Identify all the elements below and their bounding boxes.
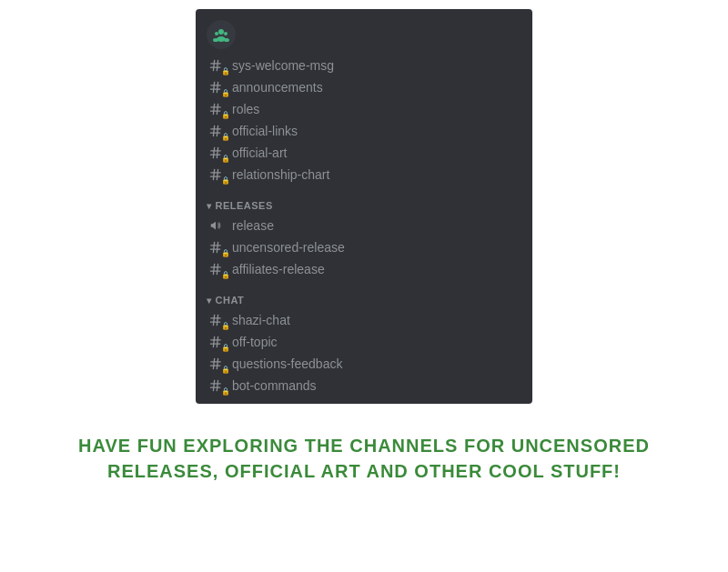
hash-icon bbox=[209, 314, 222, 326]
category-chat-label: CHAT bbox=[216, 295, 245, 306]
bottom-text-line2: RELEASES, OFFICIAL ART AND OTHER COOL ST… bbox=[78, 458, 650, 484]
list-item[interactable]: 🔒 bot-commands bbox=[196, 375, 532, 396]
channel-name: uncensored-release bbox=[232, 240, 345, 255]
hash-icon bbox=[209, 263, 222, 276]
channel-name: off-topic bbox=[232, 335, 278, 349]
releases-channel-list: release 🔒 uncensored-release bbox=[196, 215, 532, 280]
hash-lock-icon: 🔒 bbox=[210, 101, 227, 117]
hash-lock-icon: 🔒 bbox=[210, 166, 227, 183]
lock-badge: 🔒 bbox=[221, 271, 230, 279]
hash-lock-icon: 🔒 bbox=[210, 334, 227, 350]
channel-name: official-links bbox=[232, 124, 298, 138]
category-arrow-icon: ▾ bbox=[207, 201, 212, 211]
channel-name: sys-welcome-msg bbox=[232, 58, 334, 73]
lock-badge: 🔒 bbox=[221, 249, 230, 257]
megaphone-icon-wrapper bbox=[210, 217, 227, 234]
svg-point-1 bbox=[215, 32, 218, 35]
hash-icon bbox=[209, 59, 222, 72]
discord-panel: 🔒 sys-welcome-msg 🔒 announcements bbox=[196, 9, 532, 404]
svg-point-4 bbox=[213, 38, 218, 42]
category-arrow-icon: ▾ bbox=[207, 296, 212, 306]
list-item[interactable]: 🔒 shazi-chat bbox=[196, 309, 532, 331]
hash-icon bbox=[209, 146, 222, 159]
lock-badge: 🔒 bbox=[221, 322, 230, 330]
hash-icon bbox=[209, 81, 222, 94]
list-item[interactable]: 🔒 questions-feedback bbox=[196, 353, 532, 375]
channel-name: bot-commands bbox=[232, 378, 317, 393]
svg-point-0 bbox=[218, 29, 224, 35]
category-releases-label: RELEASES bbox=[216, 200, 273, 211]
channel-name: questions-feedback bbox=[232, 356, 342, 371]
lock-badge: 🔒 bbox=[221, 67, 230, 75]
hash-icon bbox=[209, 125, 222, 137]
list-item[interactable]: 🔒 sys-welcome-msg bbox=[196, 55, 532, 76]
server-icon-svg bbox=[212, 25, 230, 44]
bottom-text-line1: HAVE FUN EXPLORING THE CHANNELS FOR UNCE… bbox=[78, 433, 650, 458]
hash-icon bbox=[209, 357, 222, 370]
lock-badge: 🔒 bbox=[221, 89, 230, 97]
list-item[interactable]: 🔒 roles bbox=[196, 98, 532, 120]
lock-badge: 🔒 bbox=[221, 111, 230, 119]
hash-lock-icon: 🔒 bbox=[210, 123, 227, 139]
hash-icon bbox=[209, 241, 222, 254]
hash-icon bbox=[209, 336, 222, 348]
hash-icon bbox=[209, 168, 222, 181]
channel-name: official-art bbox=[232, 146, 287, 160]
list-item[interactable]: 🔒 relationship-chart bbox=[196, 164, 532, 186]
hash-lock-icon: 🔒 bbox=[210, 261, 227, 277]
list-item[interactable]: 🔒 announcements bbox=[196, 76, 532, 98]
hash-lock-icon: 🔒 bbox=[210, 312, 227, 328]
channel-name: roles bbox=[232, 102, 259, 116]
server-icon-row bbox=[196, 16, 532, 55]
channel-name: affiliates-release bbox=[232, 262, 325, 276]
channel-name: shazi-chat bbox=[232, 313, 290, 327]
list-item[interactable]: 🔒 off-topic bbox=[196, 331, 532, 353]
lock-badge: 🔒 bbox=[221, 366, 230, 374]
category-chat[interactable]: ▾ CHAT bbox=[196, 280, 532, 309]
hash-icon bbox=[209, 379, 222, 392]
svg-point-5 bbox=[224, 38, 229, 42]
hash-lock-icon: 🔒 bbox=[210, 145, 227, 161]
chat-channel-list: 🔒 shazi-chat 🔒 off-topic bbox=[196, 309, 532, 396]
megaphone-icon bbox=[209, 219, 222, 232]
list-item[interactable]: release bbox=[196, 215, 532, 236]
top-channel-list: 🔒 sys-welcome-msg 🔒 announcements bbox=[196, 55, 532, 186]
svg-point-2 bbox=[224, 32, 228, 35]
list-item[interactable]: 🔒 affiliates-release bbox=[196, 258, 532, 280]
list-item[interactable]: 🔒 official-art bbox=[196, 142, 532, 164]
channel-name: relationship-chart bbox=[232, 167, 329, 182]
lock-badge: 🔒 bbox=[221, 155, 230, 163]
channel-name: release bbox=[232, 218, 274, 233]
lock-badge: 🔒 bbox=[221, 176, 230, 185]
lock-badge: 🔒 bbox=[221, 133, 230, 141]
category-releases[interactable]: ▾ RELEASES bbox=[196, 186, 532, 215]
page-wrapper: 🔒 sys-welcome-msg 🔒 announcements bbox=[0, 0, 728, 572]
hash-lock-icon: 🔒 bbox=[210, 79, 227, 95]
lock-badge: 🔒 bbox=[221, 387, 230, 396]
list-item[interactable]: 🔒 uncensored-release bbox=[196, 236, 532, 258]
hash-lock-icon: 🔒 bbox=[210, 377, 227, 394]
hash-icon bbox=[209, 103, 222, 115]
hash-lock-icon: 🔒 bbox=[210, 356, 227, 372]
channel-name: announcements bbox=[232, 80, 323, 95]
hash-lock-icon: 🔒 bbox=[210, 239, 227, 256]
server-icon bbox=[207, 20, 236, 49]
lock-badge: 🔒 bbox=[221, 344, 230, 352]
hash-lock-icon: 🔒 bbox=[210, 57, 227, 74]
list-item[interactable]: 🔒 official-links bbox=[196, 120, 532, 142]
bottom-text: HAVE FUN EXPLORING THE CHANNELS FOR UNCE… bbox=[42, 433, 686, 484]
